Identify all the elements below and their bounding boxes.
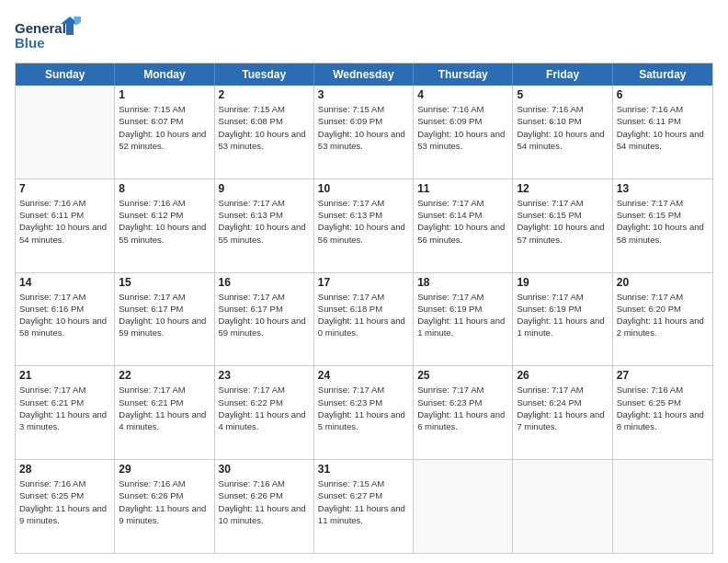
day-number: 2 — [219, 88, 310, 101]
sun-info: Sunrise: 7:17 AM Sunset: 6:13 PM Dayligh… — [318, 197, 409, 246]
calendar-day-empty — [513, 460, 612, 553]
calendar-day-20: 20 Sunrise: 7:17 AM Sunset: 6:20 PM Dayl… — [613, 273, 712, 366]
calendar-day-25: 25 Sunrise: 7:17 AM Sunset: 6:23 PM Dayl… — [414, 366, 513, 459]
day-header-friday: Friday — [513, 63, 612, 86]
sun-info: Sunrise: 7:17 AM Sunset: 6:21 PM Dayligh… — [119, 384, 210, 432]
day-header-tuesday: Tuesday — [215, 63, 314, 86]
day-number: 31 — [318, 463, 409, 476]
calendar-day-1: 1 Sunrise: 7:15 AM Sunset: 6:07 PM Dayli… — [115, 86, 214, 178]
calendar-day-30: 30 Sunrise: 7:16 AM Sunset: 6:26 PM Dayl… — [215, 460, 314, 553]
day-number: 19 — [517, 276, 608, 289]
calendar-day-26: 26 Sunrise: 7:17 AM Sunset: 6:24 PM Dayl… — [513, 366, 612, 459]
calendar-week-1: 1 Sunrise: 7:15 AM Sunset: 6:07 PM Dayli… — [16, 86, 712, 179]
sun-info: Sunrise: 7:17 AM Sunset: 6:15 PM Dayligh… — [617, 197, 709, 246]
day-number: 5 — [517, 88, 608, 101]
calendar-day-31: 31 Sunrise: 7:15 AM Sunset: 6:27 PM Dayl… — [314, 460, 414, 553]
calendar-day-3: 3 Sunrise: 7:15 AM Sunset: 6:09 PM Dayli… — [314, 86, 414, 178]
day-number: 3 — [318, 88, 409, 101]
calendar-day-16: 16 Sunrise: 7:17 AM Sunset: 6:17 PM Dayl… — [215, 273, 314, 366]
calendar-day-7: 7 Sunrise: 7:16 AM Sunset: 6:11 PM Dayli… — [16, 179, 115, 272]
sun-info: Sunrise: 7:17 AM Sunset: 6:19 PM Dayligh… — [517, 291, 608, 339]
calendar-day-empty — [414, 460, 513, 553]
sun-info: Sunrise: 7:17 AM Sunset: 6:24 PM Dayligh… — [517, 384, 608, 432]
calendar-day-6: 6 Sunrise: 7:16 AM Sunset: 6:11 PM Dayli… — [613, 86, 712, 178]
calendar-day-24: 24 Sunrise: 7:17 AM Sunset: 6:23 PM Dayl… — [314, 366, 414, 459]
sun-info: Sunrise: 7:16 AM Sunset: 6:25 PM Dayligh… — [617, 384, 709, 432]
sun-info: Sunrise: 7:16 AM Sunset: 6:11 PM Dayligh… — [617, 103, 709, 152]
header: General Blue — [15, 15, 713, 55]
sun-info: Sunrise: 7:17 AM Sunset: 6:17 PM Dayligh… — [219, 291, 310, 339]
calendar-day-22: 22 Sunrise: 7:17 AM Sunset: 6:21 PM Dayl… — [115, 366, 214, 459]
day-number: 11 — [417, 182, 508, 195]
day-number: 25 — [417, 369, 508, 382]
calendar-day-9: 9 Sunrise: 7:17 AM Sunset: 6:13 PM Dayli… — [215, 179, 314, 272]
calendar-day-8: 8 Sunrise: 7:16 AM Sunset: 6:12 PM Dayli… — [115, 179, 214, 272]
sun-info: Sunrise: 7:16 AM Sunset: 6:26 PM Dayligh… — [219, 477, 310, 526]
day-number: 24 — [318, 369, 409, 382]
calendar-day-5: 5 Sunrise: 7:16 AM Sunset: 6:10 PM Dayli… — [513, 86, 612, 178]
sun-info: Sunrise: 7:15 AM Sunset: 6:08 PM Dayligh… — [219, 103, 310, 152]
sun-info: Sunrise: 7:15 AM Sunset: 6:27 PM Dayligh… — [318, 477, 409, 526]
day-number: 17 — [318, 276, 409, 289]
sun-info: Sunrise: 7:17 AM Sunset: 6:16 PM Dayligh… — [19, 291, 110, 339]
day-header-monday: Monday — [115, 63, 214, 86]
sun-info: Sunrise: 7:17 AM Sunset: 6:17 PM Dayligh… — [119, 291, 210, 339]
day-header-sunday: Sunday — [16, 63, 115, 86]
logo: General Blue — [15, 15, 81, 55]
sun-info: Sunrise: 7:17 AM Sunset: 6:13 PM Dayligh… — [219, 197, 310, 246]
day-header-thursday: Thursday — [414, 63, 513, 86]
calendar-day-27: 27 Sunrise: 7:16 AM Sunset: 6:25 PM Dayl… — [613, 366, 712, 459]
sun-info: Sunrise: 7:16 AM Sunset: 6:12 PM Dayligh… — [119, 197, 210, 246]
calendar-day-13: 13 Sunrise: 7:17 AM Sunset: 6:15 PM Dayl… — [613, 179, 712, 272]
sun-info: Sunrise: 7:15 AM Sunset: 6:07 PM Dayligh… — [119, 103, 210, 152]
calendar-week-3: 14 Sunrise: 7:17 AM Sunset: 6:16 PM Dayl… — [16, 273, 712, 367]
day-number: 30 — [219, 463, 310, 476]
calendar-week-5: 28 Sunrise: 7:16 AM Sunset: 6:25 PM Dayl… — [16, 460, 712, 553]
day-number: 28 — [19, 463, 110, 476]
calendar-day-18: 18 Sunrise: 7:17 AM Sunset: 6:19 PM Dayl… — [414, 273, 513, 366]
sun-info: Sunrise: 7:17 AM Sunset: 6:18 PM Dayligh… — [318, 291, 409, 339]
calendar-day-17: 17 Sunrise: 7:17 AM Sunset: 6:18 PM Dayl… — [314, 273, 414, 366]
day-number: 4 — [417, 88, 508, 101]
day-number: 1 — [119, 88, 210, 101]
svg-marker-3 — [74, 17, 81, 26]
calendar-day-14: 14 Sunrise: 7:17 AM Sunset: 6:16 PM Dayl… — [16, 273, 115, 366]
day-number: 6 — [617, 88, 709, 101]
calendar-week-4: 21 Sunrise: 7:17 AM Sunset: 6:21 PM Dayl… — [16, 366, 712, 460]
sun-info: Sunrise: 7:16 AM Sunset: 6:09 PM Dayligh… — [417, 103, 508, 152]
day-number: 14 — [19, 276, 110, 289]
day-number: 22 — [119, 369, 210, 382]
day-number: 23 — [219, 369, 310, 382]
day-number: 20 — [617, 276, 709, 289]
calendar-day-2: 2 Sunrise: 7:15 AM Sunset: 6:08 PM Dayli… — [215, 86, 314, 178]
calendar-day-29: 29 Sunrise: 7:16 AM Sunset: 6:26 PM Dayl… — [115, 460, 214, 553]
sun-info: Sunrise: 7:17 AM Sunset: 6:23 PM Dayligh… — [417, 384, 508, 432]
calendar-day-empty — [613, 460, 712, 553]
svg-text:Blue: Blue — [15, 35, 45, 51]
sun-info: Sunrise: 7:17 AM Sunset: 6:19 PM Dayligh… — [417, 291, 508, 339]
day-number: 8 — [119, 182, 210, 195]
day-number: 18 — [417, 276, 508, 289]
sun-info: Sunrise: 7:16 AM Sunset: 6:26 PM Dayligh… — [119, 477, 210, 526]
day-number: 29 — [119, 463, 210, 476]
calendar: SundayMondayTuesdayWednesdayThursdayFrid… — [15, 63, 713, 554]
day-number: 27 — [617, 369, 709, 382]
sun-info: Sunrise: 7:17 AM Sunset: 6:21 PM Dayligh… — [19, 384, 110, 432]
calendar-day-11: 11 Sunrise: 7:17 AM Sunset: 6:14 PM Dayl… — [414, 179, 513, 272]
day-header-wednesday: Wednesday — [314, 63, 414, 86]
calendar-day-19: 19 Sunrise: 7:17 AM Sunset: 6:19 PM Dayl… — [513, 273, 612, 366]
calendar-day-15: 15 Sunrise: 7:17 AM Sunset: 6:17 PM Dayl… — [115, 273, 214, 366]
day-number: 12 — [517, 182, 608, 195]
sun-info: Sunrise: 7:15 AM Sunset: 6:09 PM Dayligh… — [318, 103, 409, 152]
day-number: 10 — [318, 182, 409, 195]
sun-info: Sunrise: 7:17 AM Sunset: 6:15 PM Dayligh… — [517, 197, 608, 246]
sun-info: Sunrise: 7:16 AM Sunset: 6:10 PM Dayligh… — [517, 103, 608, 152]
calendar-day-21: 21 Sunrise: 7:17 AM Sunset: 6:21 PM Dayl… — [16, 366, 115, 459]
calendar-day-23: 23 Sunrise: 7:17 AM Sunset: 6:22 PM Dayl… — [215, 366, 314, 459]
svg-text:General: General — [15, 20, 66, 36]
calendar-header: SundayMondayTuesdayWednesdayThursdayFrid… — [16, 63, 712, 86]
calendar-body: 1 Sunrise: 7:15 AM Sunset: 6:07 PM Dayli… — [16, 86, 712, 553]
logo-svg: General Blue — [15, 15, 81, 55]
day-number: 7 — [19, 182, 110, 195]
day-header-saturday: Saturday — [613, 63, 712, 86]
